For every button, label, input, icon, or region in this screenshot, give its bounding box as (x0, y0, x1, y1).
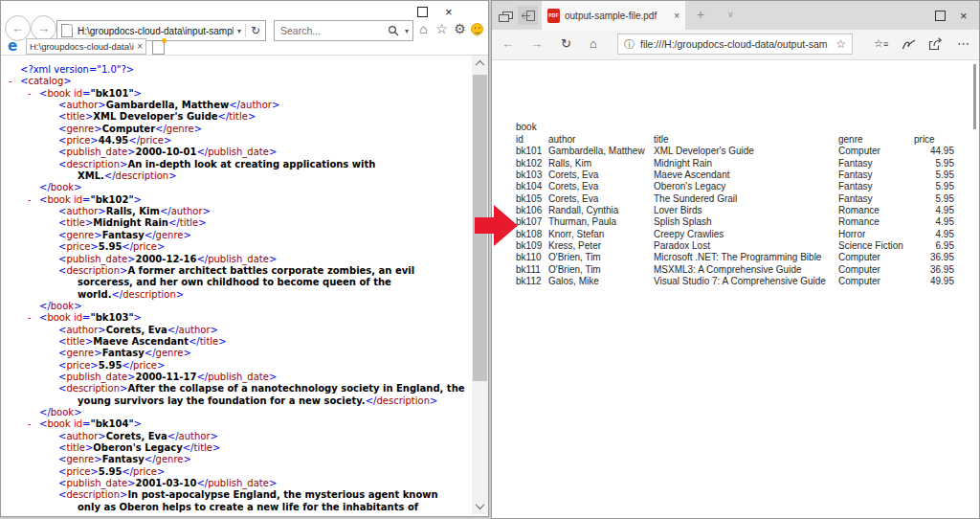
pdf-cell: 36.95 (914, 264, 954, 276)
scroll-up-button[interactable] (472, 56, 488, 72)
pdf-cell: O'Brien, Tim (548, 264, 654, 276)
pdf-cell: Romance (838, 216, 914, 228)
forward-arrow-icon[interactable]: → (530, 36, 543, 52)
tab-preview-icon[interactable] (499, 10, 513, 27)
ink-pen-icon[interactable] (902, 38, 918, 55)
xml-line: <publish_date>2000-12-16</publish_date> (1, 254, 472, 265)
tab-close-icon[interactable]: × (137, 41, 143, 52)
pdf-cell: 5.95 (914, 181, 954, 192)
pdf-cell: bk103 (516, 169, 548, 181)
refresh-icon[interactable]: ↻ (246, 24, 265, 37)
page-icon (61, 24, 73, 37)
forward-button[interactable]: → (31, 15, 56, 41)
pdf-cell: Computer (838, 276, 914, 287)
pdf-table-row: bk102Ralls, KimMidnight RainFantasy5.95 (516, 158, 954, 169)
pdf-cell: 5.95 (914, 169, 954, 181)
address-text[interactable]: H:\groupdocs-cloud-data\input-sample-fil (78, 26, 234, 36)
xml-line: <price>5.95</price> (1, 360, 472, 372)
tab-input-sample-file[interactable]: H:\groupdocs-cloud-data\i... × (26, 38, 146, 55)
address-dropdown-icon[interactable]: ▾ (234, 27, 245, 35)
pdf-cell: MSXML3: A Comprehensive Guide (654, 264, 838, 276)
search-icon[interactable] (387, 25, 401, 37)
xml-line: young survivors lay the foundation for a… (1, 395, 472, 407)
red-arrow-annotation (475, 204, 519, 247)
pdf-cell: 6.95 (914, 240, 954, 252)
pdf-cell: Fantasy (838, 193, 914, 205)
pdf-cell: genre (838, 134, 914, 146)
edge-toolbar: ← → ↻ ⌂ ⓘ file:///H:/groupdocs-cloud-dat… (492, 30, 979, 60)
pdf-cell: bk102 (516, 158, 548, 169)
pdf-table: idauthortitlegenrepricebk101Gambardella,… (516, 134, 954, 287)
xml-line: world.</description> (1, 289, 472, 301)
xml-line: <description>A former architect battles … (1, 265, 472, 277)
info-icon[interactable]: ⓘ (624, 37, 635, 52)
address-bar[interactable]: ⓘ file:///H:/groupdocs-cloud-data/output… (617, 34, 853, 55)
pdf-table-row: bk108Knorr, StefanCreepy CrawliesHorror4… (516, 229, 954, 240)
collapse-toggle-icon[interactable]: - (9, 76, 12, 87)
xml-line: <title>Midnight Rain</title> (1, 217, 472, 229)
tab-title: H:\groupdocs-cloud-data\i... (30, 41, 134, 52)
favorites-star-icon[interactable]: ☆ (434, 21, 449, 36)
pdf-cell: bk107 (516, 216, 548, 228)
settings-gear-icon[interactable]: ⚙ (453, 21, 467, 36)
pdf-cell: 4.95 (914, 205, 954, 216)
xml-line: -<book id="bk103"> (1, 312, 472, 324)
pdf-cell: Corets, Eva (548, 169, 654, 181)
vertical-scrollbar[interactable] (472, 56, 488, 514)
maximize-icon[interactable] (417, 7, 428, 17)
refresh-icon[interactable]: ↻ (561, 36, 571, 52)
collapse-toggle-icon[interactable]: - (28, 418, 32, 430)
collapse-toggle-icon[interactable]: - (28, 194, 32, 206)
close-icon[interactable]: × (445, 6, 453, 18)
pdf-cell: Galos, Mike (548, 276, 654, 287)
search-dropdown-icon[interactable]: ▾ (401, 27, 412, 35)
address-text[interactable]: file:///H:/groupdocs-cloud-data/output-s… (640, 38, 832, 50)
collapse-toggle-icon[interactable]: - (28, 312, 32, 324)
pdf-table-row: bk106Randall, CynthiaLover BirdsRomance4… (516, 205, 954, 216)
pdf-cell: bk112 (516, 276, 548, 287)
search-box[interactable]: ▾ (274, 20, 413, 41)
pdf-cell: 4.95 (914, 216, 954, 228)
pdf-table-row: bk110O'Brien, TimMicrosoft .NET: The Pro… (516, 252, 954, 263)
xml-viewer: <?xml version="1.0"?>-<catalog>-<book id… (1, 56, 472, 514)
feedback-smiley-icon[interactable] (471, 23, 483, 35)
pdf-cell: Oberon's Legacy (654, 181, 838, 192)
pdf-cell: Creepy Crawlies (654, 229, 838, 240)
xml-line: <title>Oberon's Legacy</title> (1, 442, 472, 454)
pdf-cell: bk101 (516, 146, 548, 157)
pdf-cell: Computer (838, 252, 914, 263)
close-icon[interactable]: × (960, 10, 968, 22)
set-tabs-aside-icon[interactable] (518, 6, 538, 25)
home-icon[interactable]: ⌂ (590, 36, 597, 52)
collapse-toggle-icon[interactable]: - (28, 88, 32, 100)
add-favorite-star-icon[interactable]: ☆ (835, 37, 846, 51)
pdf-cell: id (516, 134, 548, 146)
new-tab-button[interactable] (152, 40, 165, 55)
tab-list-icon[interactable]: ∨ (727, 10, 734, 19)
pdf-cell: 44.95 (914, 146, 954, 157)
pdf-cell: bk110 (516, 252, 548, 263)
xml-line: <description>An in-depth look at creatin… (1, 159, 472, 170)
more-options-icon[interactable]: ⋯ (957, 36, 969, 52)
pdf-cell: Corets, Eva (548, 193, 654, 205)
scroll-down-button[interactable] (472, 498, 488, 514)
tab-close-icon[interactable]: × (674, 11, 679, 21)
pdf-cell: Science Fiction (838, 240, 914, 252)
pdf-group-header: book (516, 122, 537, 133)
home-icon[interactable]: ⌂ (416, 21, 431, 36)
xml-line: -<book id="bk101"> (1, 88, 472, 100)
tab-title: output-sample-file.pdf (565, 11, 666, 21)
search-input[interactable] (275, 25, 387, 36)
new-tab-icon[interactable]: + (697, 7, 704, 22)
pdf-scrollbar-thumb[interactable] (973, 64, 976, 129)
pdf-cell: bk111 (516, 264, 548, 276)
tab-output-sample-file[interactable]: PDF output-sample-file.pdf × (542, 1, 685, 30)
pdf-cell: Thurman, Paula (548, 216, 654, 228)
favorites-hub-icon[interactable]: ☆≡ (874, 37, 888, 50)
maximize-icon[interactable] (935, 11, 946, 21)
back-arrow-icon[interactable]: ← (501, 36, 514, 52)
pdf-cell: The Sundered Grail (654, 193, 838, 205)
xml-line: <description>After the collapse of a nan… (1, 383, 472, 395)
xml-line: -<book id="bk102"> (1, 194, 472, 206)
share-icon[interactable] (928, 37, 943, 55)
